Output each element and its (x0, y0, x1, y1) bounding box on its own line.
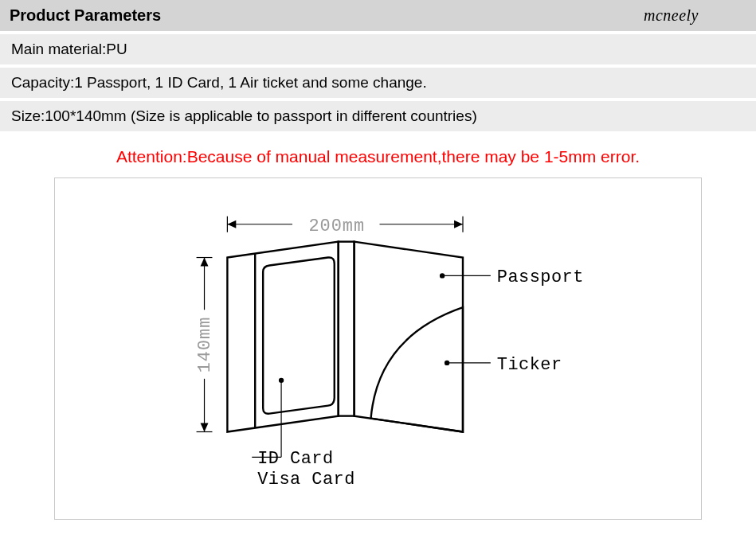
svg-rect-16 (339, 242, 354, 416)
callout-passport: Passport (497, 267, 584, 287)
spec-material: Main material:PU (0, 34, 756, 64)
dim-height-label: 140mm (195, 317, 215, 373)
svg-marker-6 (227, 220, 236, 228)
svg-marker-14 (227, 242, 338, 432)
dim-width-label: 200mm (308, 216, 365, 236)
svg-marker-13 (201, 423, 209, 432)
callout-ticker: Ticker (497, 355, 562, 375)
attention-note: Attention:Because of manual measurement,… (0, 135, 756, 177)
svg-marker-17 (354, 242, 463, 432)
header-row: Product Parameters mcneely (0, 0, 756, 31)
diagram-frame: 200mm 140mm (54, 177, 702, 520)
brand-logo: mcneely (644, 6, 746, 25)
callout-idcard-1: ID Card (257, 449, 333, 469)
svg-marker-12 (201, 258, 209, 267)
section-title: Product Parameters (10, 6, 161, 25)
spec-size: Size:100*140mm (Size is applicable to pa… (0, 101, 756, 131)
callout-idcard-2: Visa Card (257, 470, 355, 490)
spec-capacity: Capacity:1 Passport, 1 ID Card, 1 Air ti… (0, 68, 756, 98)
diagram-svg: 200mm 140mm (55, 178, 701, 519)
svg-marker-7 (454, 220, 463, 228)
